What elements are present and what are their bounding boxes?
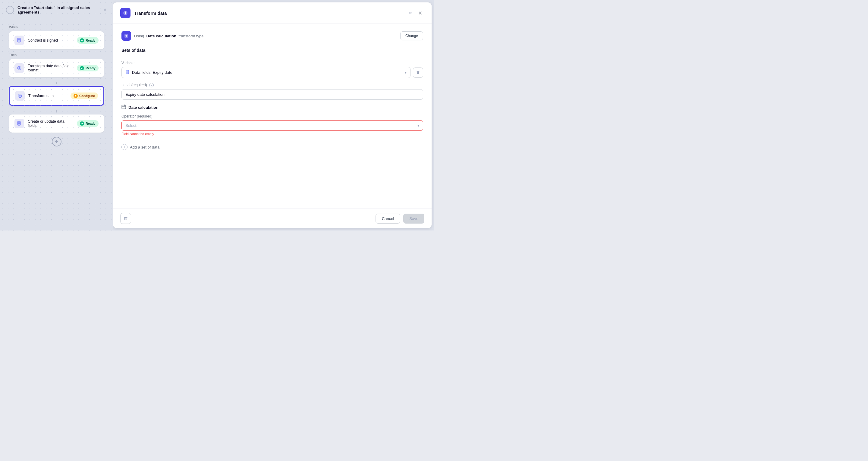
status-badge-ready: Ready xyxy=(77,65,98,71)
svg-point-6 xyxy=(75,95,76,97)
step-label: Transform date data field format xyxy=(28,64,73,72)
transform-type-text: Using Date calculation transform type xyxy=(134,34,204,38)
right-panel-title: Transform data xyxy=(134,10,405,16)
variable-value: Data fields: Expiry date xyxy=(132,70,405,75)
status-dot-yellow xyxy=(73,94,78,98)
operator-error: Field cannot be empty xyxy=(121,132,423,135)
operator-placeholder: Select... xyxy=(125,123,417,128)
then-label: Then xyxy=(9,53,104,57)
right-footer: Cancel Save xyxy=(113,209,432,228)
label-field-group: Label (required) i xyxy=(121,83,423,100)
cancel-button[interactable]: Cancel xyxy=(375,214,400,223)
variable-select[interactable]: Data fields: Expiry date ▾ xyxy=(121,67,410,78)
when-label: When xyxy=(9,25,104,29)
date-calc-header: Date calculation xyxy=(121,104,423,110)
step-transform-date[interactable]: Transform date data field format Ready xyxy=(9,59,104,77)
header-edit-icon[interactable]: ✏ xyxy=(104,8,107,12)
left-panel: ← Create a "start date" in all signed sa… xyxy=(0,0,113,230)
save-button: Save xyxy=(403,214,424,223)
label-input[interactable] xyxy=(121,89,423,100)
status-badge-ready: Ready xyxy=(77,37,98,44)
step-icon-star-active xyxy=(15,91,25,101)
step-label: Transform data xyxy=(28,94,67,98)
variable-field-group: Variable Data fields: Expiry date xyxy=(121,61,423,78)
variable-label: Variable xyxy=(121,61,423,65)
step-label: Create or update data fields xyxy=(28,119,73,128)
status-badge-ready-3: Ready xyxy=(77,120,98,127)
close-button[interactable]: ✕ xyxy=(416,9,424,17)
step-contract-signed[interactable]: Contract is signed Ready xyxy=(9,31,104,50)
right-body: Using Date calculation transform type Ch… xyxy=(113,24,432,209)
svg-rect-17 xyxy=(122,105,126,109)
transform-type-icon xyxy=(121,31,131,41)
footer-delete-button[interactable] xyxy=(120,213,131,224)
sets-of-data-title: Sets of data xyxy=(121,48,423,56)
transform-header-icon xyxy=(120,8,130,18)
add-set-icon: + xyxy=(121,144,127,150)
chevron-icon-operator: ▾ xyxy=(417,124,419,128)
connector-arrow-2: ↓ xyxy=(9,107,104,115)
step-label: Contract is signed xyxy=(28,38,73,42)
operator-select[interactable]: Select... ▾ xyxy=(121,120,423,131)
variable-delete-button[interactable] xyxy=(413,67,423,78)
add-step-button[interactable]: + xyxy=(52,137,61,147)
change-button[interactable]: Change xyxy=(400,31,423,40)
doc-icon xyxy=(125,70,130,75)
status-dot-green xyxy=(80,38,84,42)
status-dot-green xyxy=(80,66,84,70)
label-required-text: Label (required) i xyxy=(121,83,423,87)
connector-arrow: ↓ xyxy=(9,79,104,86)
right-panel: Transform data ✏ ✕ Using xyxy=(113,2,432,228)
add-set-label: Add a set of data xyxy=(130,145,159,149)
chevron-icon: ▾ xyxy=(405,70,407,75)
step-icon-star xyxy=(14,63,24,73)
right-header: Transform data ✏ ✕ xyxy=(113,2,432,24)
status-dot-green-3 xyxy=(80,121,84,126)
step-icon-doc-2 xyxy=(14,119,24,128)
step-transform-data[interactable]: Transform data Configure xyxy=(9,86,104,105)
svg-rect-13 xyxy=(126,70,129,74)
operator-field-group: Operator (required) Select... ▾ Field ca… xyxy=(121,114,423,135)
page-title: Create a "start date" in all signed sale… xyxy=(18,5,100,14)
status-badge-configure: Configure xyxy=(70,92,98,99)
variable-row: Data fields: Expiry date ▾ xyxy=(121,67,423,78)
transform-type-info: Using Date calculation transform type xyxy=(121,31,204,41)
right-edit-icon[interactable]: ✏ xyxy=(409,10,412,16)
step-icon-doc xyxy=(14,36,24,45)
back-button[interactable]: ← xyxy=(6,6,14,14)
date-calc-label: Date calculation xyxy=(128,105,158,110)
footer-actions: Cancel Save xyxy=(375,214,424,223)
add-data-set[interactable]: + Add a set of data xyxy=(121,141,423,154)
step-create-update[interactable]: Create or update data fields Ready xyxy=(9,115,104,132)
operator-label: Operator (required) xyxy=(121,114,423,118)
calendar-icon xyxy=(121,104,126,110)
left-content: When Contract is signed Ready xyxy=(0,20,113,230)
info-icon: i xyxy=(149,83,154,87)
transform-type-row: Using Date calculation transform type Ch… xyxy=(121,31,423,41)
left-header: ← Create a "start date" in all signed sa… xyxy=(0,0,113,20)
